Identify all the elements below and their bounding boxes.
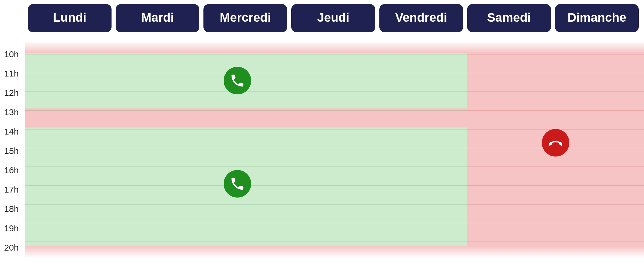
day-header-lundi: Lundi bbox=[28, 4, 112, 32]
phone-unavailable-icon bbox=[542, 129, 569, 157]
day-header-dimanche: Dimanche bbox=[555, 4, 639, 32]
day-header-samedi: Samedi bbox=[467, 4, 551, 32]
weekend-zone bbox=[467, 41, 644, 258]
days-header-row: Lundi Mardi Mercredi Jeudi Vendredi Same… bbox=[28, 4, 639, 32]
phone-available-icon bbox=[224, 67, 251, 94]
day-header-mardi: Mardi bbox=[116, 4, 199, 32]
schedule-grid bbox=[25, 41, 644, 258]
phone-available-icon bbox=[224, 170, 251, 198]
availability-schedule: Lundi Mardi Mercredi Jeudi Vendredi Same… bbox=[0, 0, 644, 267]
day-header-mercredi: Mercredi bbox=[203, 4, 287, 32]
day-header-jeudi: Jeudi bbox=[291, 4, 375, 32]
weekday-zone bbox=[25, 41, 467, 258]
day-header-vendredi: Vendredi bbox=[379, 4, 463, 32]
